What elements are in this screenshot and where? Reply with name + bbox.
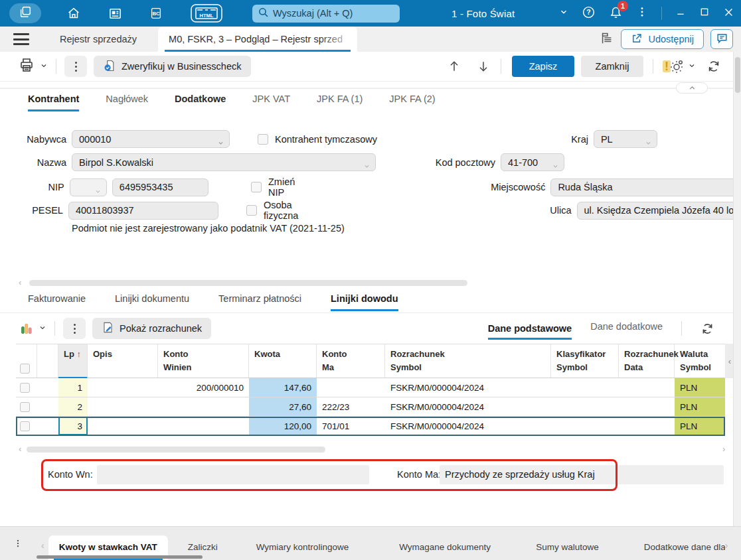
ulica-input[interactable] [578,205,741,216]
settings-chevron-icon[interactable] [688,62,696,72]
miejscowosc-combo[interactable] [550,178,741,196]
row-checkbox[interactable] [20,402,30,412]
cell-rozrachunek-symbol[interactable]: FSKR/M0/000004/2024 [385,417,551,435]
nabywca-input[interactable] [72,134,229,145]
cell-konto-winien[interactable] [158,417,249,435]
cell-kwota[interactable]: 27,60 [249,397,317,416]
html-view-button[interactable]: HTML [189,5,224,22]
tab-wymagane-dokumenty[interactable]: Wymagane dokumenty [388,535,501,560]
nip-prefix-combo[interactable] [70,178,107,196]
scrollbar-thumb[interactable] [735,57,740,93]
cell-konto-ma[interactable] [317,378,385,397]
scroll-left-icon[interactable]: ‹ [19,279,21,287]
column-header-klasyfikator[interactable]: KlasyfikatorSymbol [551,344,619,378]
feedback-button[interactable] [710,29,733,49]
cell-konto-winien[interactable] [158,397,249,416]
grid-hscrollbar[interactable]: ‹ › [0,445,733,454]
bc-module-button[interactable]: BC [147,5,165,22]
tab-linijki-dokumentu[interactable]: Linijki dokumentu [115,293,189,309]
cell-waluta[interactable]: PLN [675,378,725,397]
column-header-lp[interactable]: Lp ↑ [58,344,88,379]
kontrahent-tymczasowy-checkbox[interactable]: Kontrahent tymczasowy [258,134,377,145]
view-dane-podstawowe[interactable]: Dane podstawowe [488,323,572,340]
cell-opis[interactable] [88,397,158,416]
scrollbar-thumb[interactable] [27,447,325,453]
tab-terminarz-platnosci[interactable]: Terminarz płatności [218,293,301,309]
select-all-checkbox[interactable] [20,364,30,374]
company-selector-label[interactable]: 1 - Foto Świat [452,8,515,19]
minimize-button[interactable] [675,7,686,20]
pesel-field[interactable] [68,202,218,220]
tab-rejestr-sprzedazy[interactable]: Rejestr sprzedaży [50,34,146,44]
move-up-button[interactable] [448,60,461,73]
cell-rozrachunek-symbol[interactable]: FSKR/M0/000004/2024 [385,397,551,416]
tab-jpk-fa-2[interactable]: JPK FA (2) [389,94,435,109]
cell-rozrachunek-symbol[interactable]: FSKR/M0/000004/2024 [385,378,551,397]
view-dane-dodatkowe[interactable]: Dane dodatkowe [590,321,663,336]
tab-linijki-dowodu[interactable]: Linijki dowodu [331,293,398,311]
cell-rozrachunek-data[interactable] [619,397,675,416]
column-header-konto-winien[interactable]: KontoWinien [158,344,249,378]
cell-klasyfikator[interactable] [551,397,619,416]
cell-klasyfikator[interactable] [551,417,619,435]
cell-waluta[interactable]: PLN [675,417,725,435]
move-down-button[interactable] [477,60,490,73]
chart-chevron-icon[interactable] [39,324,46,334]
column-header-rozrachunek-symbol[interactable]: RozrachunekSymbol [385,344,551,378]
miejscowosc-input[interactable] [551,182,741,192]
tab-wymiary-kontrolingowe[interactable]: Wymiary kontrolingowe [246,535,359,560]
cell-rozrachunek-data[interactable] [619,378,675,397]
app-switcher-button[interactable] [9,3,41,23]
cell-konto-winien[interactable]: 200/000010 [158,378,249,397]
table-row[interactable]: 2 27,60 222/23 FSKR/M0/000004/2024 PLN [16,397,725,417]
search-input[interactable] [273,8,392,19]
cell-waluta[interactable]: PLN [675,397,725,416]
cell-lp[interactable]: 1 [58,378,88,397]
print-dropdown-chevron-icon[interactable] [40,62,48,72]
nabywca-combo[interactable] [72,130,230,148]
zmien-nip-checkbox[interactable]: Zmień NIP [251,176,311,198]
cell-konto-ma[interactable]: 222/23 [317,397,385,416]
show-settlement-button[interactable]: Pokaż rozrachunek [92,318,211,339]
cell-kwota[interactable]: 120,00 [249,417,317,435]
news-button[interactable] [106,5,124,22]
kod-pocztowy-input[interactable] [501,157,564,168]
osoba-fizyczna-checkbox[interactable]: Osoba fizyczna [246,200,325,221]
scroll-left-icon[interactable]: ‹ [19,445,21,453]
tabs-scroll-left-icon[interactable]: ‹ [41,540,44,551]
main-menu-button[interactable] [13,33,29,45]
company-chevron-down-icon[interactable] [559,7,568,19]
grid-refresh-icon[interactable] [700,322,714,336]
close-document-button[interactable]: Zamknij [581,56,643,77]
kod-pocztowy-combo[interactable] [501,153,564,171]
cell-opis[interactable] [88,417,158,435]
tab-jpk-vat[interactable]: JPK VAT [252,94,290,109]
column-header-kwota[interactable]: Kwota [249,344,317,378]
bottom-more-button[interactable] [13,537,23,552]
column-header-waluta[interactable]: WalutaSymbol [675,344,725,378]
row-checkbox[interactable] [20,421,30,431]
settings-gear-icon[interactable] [668,58,684,74]
nip-input[interactable] [113,182,208,192]
refresh-icon[interactable] [706,59,721,74]
column-header-rozrachunek-data[interactable]: RozrachunekData [619,344,675,378]
kraj-input[interactable] [594,134,657,145]
chart-icon[interactable] [20,322,33,335]
vertical-scrollbar[interactable] [733,52,741,526]
home-button[interactable] [65,5,82,22]
row-checkbox[interactable] [20,383,30,393]
global-search[interactable] [252,5,400,23]
cell-rozrachunek-data[interactable] [619,417,675,435]
cell-lp[interactable]: 2 [58,397,88,416]
ulica-combo[interactable] [577,202,741,220]
tab-kontrahent[interactable]: Kontrahent [28,94,79,111]
form-hscrollbar[interactable]: ‹ [0,279,733,287]
kraj-combo[interactable] [594,130,657,148]
tab-jpk-fa-1[interactable]: JPK FA (1) [317,94,363,109]
tab-dodatkowe[interactable]: Dodatkowe [175,94,226,109]
verify-businesscheck-button[interactable]: Zweryfikuj w Businesscheck [94,56,251,77]
nazwa-combo[interactable] [72,153,376,171]
cell-opis[interactable] [88,378,158,397]
tab-sumy-walutowe[interactable]: Sumy walutowe [525,535,610,560]
column-header-opis[interactable]: Opis [88,344,158,378]
